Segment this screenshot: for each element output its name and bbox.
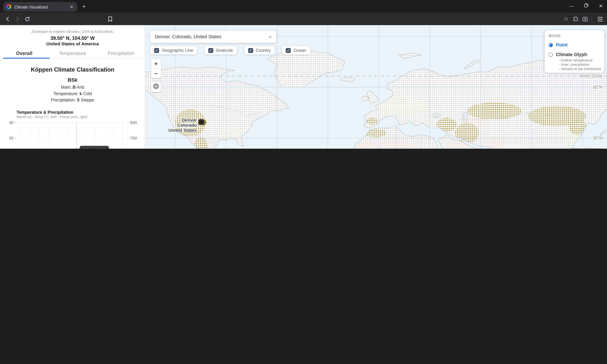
coordinates-label: 39.50° N, 104.50° W: [0, 36, 145, 41]
tab-precipitation[interactable]: Precipitation: [97, 48, 145, 58]
tab-temperature[interactable]: Temperature: [48, 48, 97, 58]
country-label: United States of America: [0, 41, 145, 46]
map-hint-text: Zoom/pan to explore climates. Click to l…: [0, 29, 145, 34]
radio-icon[interactable]: [549, 43, 553, 47]
koppen-code: BSk: [0, 77, 145, 83]
sidebar-search-icon[interactable]: [580, 14, 590, 24]
navigation-bar: cartoguophy.com/climate-visualized/ 文A ♻: [0, 13, 607, 25]
svg-text:700: 700: [130, 136, 137, 140]
tab-overall[interactable]: Overall: [0, 48, 48, 58]
layer-toggles: ✓Geographic Line✓Graticule✓Country✓Ocean: [150, 46, 310, 54]
marker-label: United States: [168, 128, 197, 133]
checkbox-icon[interactable]: ✓: [286, 48, 291, 53]
checkbox-icon[interactable]: ✓: [208, 48, 213, 53]
tab-strip: Climate Visualized ✕ + — ✕: [0, 0, 607, 13]
browser-tab[interactable]: Climate Visualized ✕: [3, 2, 78, 12]
zoom-out-button[interactable]: −: [151, 69, 161, 78]
forward-icon[interactable]: [13, 14, 22, 24]
site-favicon-icon: [6, 4, 11, 9]
checkbox-icon[interactable]: ✓: [154, 48, 159, 53]
reload-icon[interactable]: [22, 14, 32, 24]
zoom-control: + −: [151, 59, 161, 78]
koppen-row: Main: B Arid: [0, 85, 145, 89]
extensions-icon[interactable]: [571, 14, 580, 24]
tab-close-icon[interactable]: ✕: [69, 4, 74, 10]
restore-icon[interactable]: [582, 3, 590, 9]
mode-option-climate-glyph[interactable]: Climate Glyph: [549, 52, 604, 57]
svg-text:800: 800: [130, 121, 137, 125]
bookmark-icon[interactable]: [105, 14, 115, 24]
back-icon[interactable]: [3, 14, 13, 24]
menu-icon[interactable]: [595, 14, 605, 24]
world-map[interactable]: 90°NArctic Circle60°N30°NTropic of Cance…: [145, 25, 607, 149]
mode-panel: MODE PointClimate Glyph - Outline: tempe…: [545, 30, 604, 73]
zoom-in-button[interactable]: +: [151, 59, 161, 68]
koppen-title: Köppen Climate Classification: [0, 66, 145, 73]
globe-icon: [153, 83, 159, 91]
globe-view-button[interactable]: [151, 82, 161, 92]
chart-title: Temperature & Precipitation: [17, 110, 73, 115]
sidebar-tabs: OverallTemperaturePrecipitation: [0, 48, 145, 58]
svg-text:40: 40: [9, 121, 13, 125]
layer-toggle-geographic-line[interactable]: ✓Geographic Line: [150, 46, 197, 54]
clear-search-icon[interactable]: ×: [268, 34, 273, 40]
close-icon[interactable]: ✕: [597, 3, 605, 9]
window-controls: — ✕: [567, 1, 605, 11]
mode-option-point[interactable]: Point: [549, 42, 604, 48]
lat-label: Arctic Circle: [580, 74, 602, 78]
search-box[interactable]: ×: [150, 30, 276, 43]
climate-chart[interactable]: 403020100-10-20-30-408007006005004003002…: [5, 121, 140, 149]
lat-label: Tropic of Cancer: [571, 147, 602, 149]
svg-text:30: 30: [9, 136, 13, 140]
marker-label: Denver: [182, 118, 197, 123]
browser-window: Climate Visualized ✕ + — ✕ c: [0, 0, 607, 149]
minimize-icon[interactable]: —: [567, 3, 575, 8]
lat-label: 30°N: [593, 136, 602, 141]
koppen-details: Main: B AridTemperature: k ColdPrecipita…: [0, 85, 145, 104]
mode-panel-title: MODE: [549, 34, 604, 38]
new-tab-button[interactable]: +: [80, 2, 88, 11]
marker-label: Colorado: [177, 123, 197, 128]
layer-toggle-country[interactable]: ✓Country: [244, 46, 275, 54]
radio-icon[interactable]: [549, 52, 553, 57]
chart-subtitle: Month (x) · Temp (°C, left) · Precip (mm…: [17, 115, 87, 119]
climate-glyph-notes: - Outline: temperature- Inner: precipita…: [559, 58, 604, 71]
search-input[interactable]: [154, 34, 268, 40]
layer-toggle-graticule[interactable]: ✓Graticule: [204, 46, 237, 54]
sidebar: Zoom/pan to explore climates. Click to l…: [0, 25, 145, 149]
koppen-row: Precipitation: S Steppe: [0, 97, 145, 102]
lat-label: 60°N: [593, 85, 602, 90]
active-tab-underline: [3, 58, 50, 59]
koppen-row: Temperature: k Cold: [0, 91, 145, 96]
chart-tooltip: July: 21.8°C: [80, 146, 109, 149]
leo-ai-icon[interactable]: ♻: [561, 14, 571, 24]
location-marker[interactable]: [198, 119, 206, 125]
checkbox-icon[interactable]: ✓: [248, 48, 253, 53]
tab-title: Climate Visualized: [14, 4, 69, 9]
layer-toggle-ocean[interactable]: ✓Ocean: [282, 46, 310, 54]
